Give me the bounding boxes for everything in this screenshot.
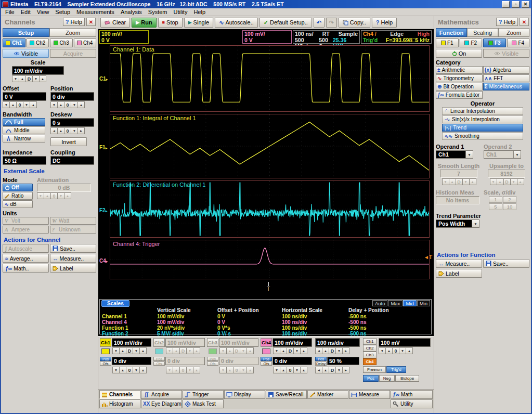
category-trigonometry[interactable]: ∿Trigonometry [436, 74, 483, 82]
copy-button[interactable]: Copy.. [339, 18, 370, 28]
impedance-display[interactable]: 50 Ω [3, 156, 46, 165]
bandwidth-middle-button[interactable]: Middle [3, 126, 45, 134]
trigger-source-ch1[interactable]: Ch1 [363, 338, 377, 345]
tab-channels-setup[interactable]: Setup [3, 28, 49, 37]
ch2-bottom-tab[interactable]: Ch2 [153, 338, 165, 347]
scale-spinner[interactable]: ▼▲D▼▲ [12, 75, 46, 82]
scales-auto-button[interactable]: Auto [372, 300, 388, 306]
channel-save-button[interactable]: Save.. [50, 244, 96, 253]
acquire-toggle[interactable]: Acquire [50, 49, 96, 58]
channel1-waveform-panel[interactable]: Channel 1: Data [110, 45, 430, 112]
spin-up-coarse-icon[interactable]: ▲ [119, 347, 126, 354]
category-arithmetic[interactable]: ±Arithmetic [436, 66, 483, 74]
ch4-bottom-scale-spinner[interactable]: ▼▲D▼▲ [273, 347, 307, 354]
spin-right-icon[interactable]: ► [77, 127, 85, 134]
visible-toggle[interactable]: Visible [3, 49, 49, 58]
spin-down-fine-icon[interactable]: ▼ [71, 101, 78, 108]
spin-center[interactable]: D [287, 347, 294, 354]
clear-button[interactable]: Clear [100, 18, 130, 28]
tab-utility[interactable]: Utility [391, 399, 433, 408]
channel-math-button[interactable]: ƒ∞Math.. [3, 264, 49, 273]
spin-up-fine-icon[interactable]: ▲ [139, 367, 147, 373]
menu-edit[interactable]: Edit [18, 9, 34, 15]
scales-tab[interactable]: Scales [101, 300, 129, 307]
default-setup-button[interactable]: ✓Default Setup.. [259, 18, 312, 28]
slope-neg-button[interactable]: Neg [379, 375, 395, 382]
spin-down-icon[interactable]: ▼ [335, 347, 343, 354]
channel-label-button[interactable]: Label [50, 264, 96, 273]
spin-down-coarse-icon[interactable]: ▼ [3, 101, 10, 108]
spin-center[interactable]: 0 [64, 101, 71, 108]
horizontal-delay-spinner[interactable]: ◄▲D▼► [315, 367, 349, 373]
spin-center[interactable]: 0 [64, 127, 71, 134]
trend-parameter-dropdown[interactable]: Pos Width▼ [436, 219, 479, 228]
mathematics-close-button[interactable]: ✕ [520, 18, 529, 26]
tab-mask-test[interactable]: Mask Test [183, 399, 224, 408]
stop-button[interactable]: ■Stop [158, 18, 183, 28]
spin-up-coarse-icon[interactable]: ▲ [9, 101, 17, 108]
operator-sinx-interpolation[interactable]: ∙∿Sin(x)/x Interpolation [442, 115, 523, 123]
ch4-bottom-scale-display[interactable]: 100 mV/div [273, 338, 312, 347]
freerun-button[interactable]: Freerun [363, 366, 386, 373]
function1-waveform-panel[interactable]: Function 1: Integral of Channel 1 [110, 114, 430, 178]
spin-left-icon[interactable]: ◄ [315, 367, 322, 373]
operator-smoothing[interactable]: ∿∿Smoothing [442, 132, 523, 140]
function-select-f1[interactable]: F1 [436, 38, 459, 47]
tab-display[interactable]: Display [224, 390, 265, 399]
ch4-bottom-position-spinner[interactable]: ▼▲0▼▲ [273, 367, 307, 373]
horizontal-position-display[interactable]: 50 % [327, 357, 359, 365]
spin-down-fine-icon[interactable]: ▼ [133, 347, 140, 354]
tab-math-scaling[interactable]: Scaling [467, 28, 498, 37]
autoscale-button[interactable]: ∿Autoscale.. [215, 18, 258, 28]
channels-help-button[interactable]: ?Help [63, 18, 85, 26]
spin-down-icon[interactable]: ▼ [335, 367, 343, 373]
toolbar-help-button[interactable]: ?Help [372, 18, 397, 28]
spin-up-coarse-icon[interactable]: ▲ [57, 101, 64, 108]
spin-center[interactable]: D [126, 347, 133, 354]
menu-view[interactable]: View [34, 9, 53, 15]
trigd-button[interactable]: Trig'd [386, 366, 406, 373]
deskew-spinner[interactable]: ◄▲0▼► [50, 127, 84, 134]
scale-display[interactable]: 100 mV/div [12, 66, 64, 75]
channel-measure-button[interactable]: ↔Measure.. [50, 254, 96, 263]
category-bit-operation[interactable]: ⊕Bit Operation [436, 83, 483, 90]
operator-linear-interpolation[interactable]: ∙˙∙Linear Interpolation [442, 107, 523, 115]
ch4-bottom-position-display[interactable]: 0 div [273, 357, 312, 365]
mode-ratio-button[interactable]: Ratio [3, 192, 33, 200]
spin-down-icon[interactable]: ▼ [71, 127, 78, 134]
function-select-f2[interactable]: F2 [460, 38, 483, 47]
spin-up-fine-icon[interactable]: ▲ [406, 347, 413, 354]
mathematics-help-button[interactable]: ?Help [496, 18, 518, 26]
trigger-source-ch4[interactable]: Ch4 [363, 358, 377, 365]
menu-setup[interactable]: Setup [52, 9, 73, 15]
function-on-toggle[interactable]: On [436, 49, 482, 58]
spin-down-coarse-icon[interactable]: ▼ [273, 367, 280, 373]
spin-up-coarse-icon[interactable]: ▲ [119, 367, 126, 373]
minimize-button[interactable]: _ [502, 1, 510, 8]
f2-source-marker[interactable]: F2▸ [99, 208, 107, 213]
scales-max-button[interactable]: Max [388, 300, 403, 306]
spin-center[interactable]: 0 [392, 347, 399, 354]
timebase-display[interactable]: 100 ns/div [315, 338, 360, 347]
tab-histogram[interactable]: Histogram [99, 399, 140, 408]
category-formula-editor[interactable]: ƒ∞Formula Editor [436, 91, 483, 99]
spin-up-fine-icon[interactable]: ▲ [300, 347, 307, 354]
function2-waveform-panel[interactable]: Function 2: Differential on Channel 1 [110, 180, 430, 238]
run-button[interactable]: ▶Run [132, 18, 156, 28]
scales-min-button[interactable]: Min [417, 300, 430, 306]
spin-up-fine-icon[interactable]: ▲ [39, 75, 46, 82]
ch1-bottom-position-display[interactable]: 0 div [112, 357, 151, 365]
spin-down-coarse-icon[interactable]: ▼ [273, 347, 280, 354]
spin-up-coarse-icon[interactable]: ▲ [385, 347, 393, 354]
slope-bislope-button[interactable]: Bislope [395, 375, 419, 382]
c1-source-marker[interactable]: C1▸ [99, 76, 108, 82]
position-display[interactable]: 0 div [50, 92, 94, 101]
function-label-button[interactable]: Label [436, 269, 482, 278]
offset-display[interactable]: 0 V [3, 92, 46, 101]
tab-math-zoom[interactable]: Zoom [498, 28, 529, 37]
spin-right-icon[interactable]: ► [342, 347, 349, 354]
spin-center[interactable]: 0 [287, 367, 294, 373]
channels-close-button[interactable]: ✕ [86, 18, 96, 26]
spin-up-fine-icon[interactable]: ▲ [77, 101, 85, 108]
deskew-display[interactable]: 0 s [50, 118, 94, 127]
